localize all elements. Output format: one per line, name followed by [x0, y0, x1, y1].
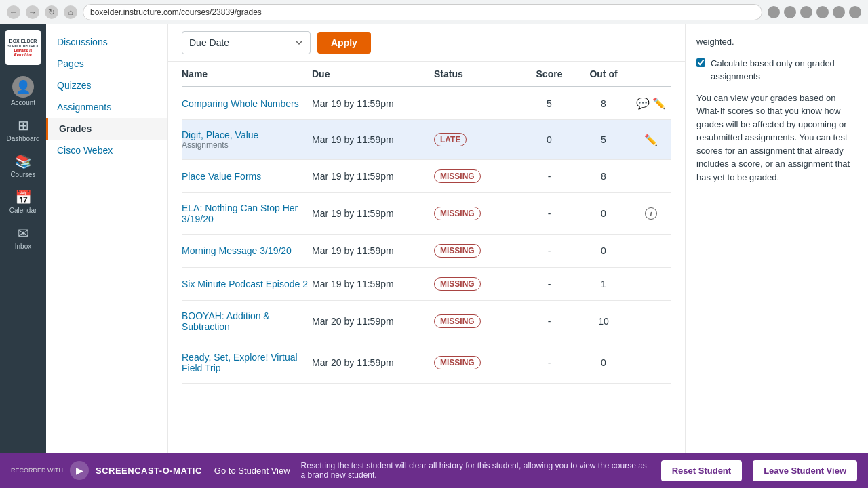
table-row: ELA: Nothing Can Stop Her 3/19/20 Mar 19… — [182, 193, 671, 235]
whatif-description: You can view your grades based on What-I… — [696, 92, 857, 184]
table-row: Six Minute Podcast Episode 2 Mar 19 by 1… — [182, 268, 671, 301]
out-of-cell: 0 — [576, 208, 631, 219]
nav-pages[interactable]: Pages — [46, 53, 167, 75]
status-cell: MISSING — [434, 356, 522, 369]
sidebar-item-calendar[interactable]: 📅 Calendar — [0, 184, 46, 220]
score-cell: - — [522, 316, 576, 327]
nav-grades[interactable]: Grades — [46, 118, 167, 140]
courses-label: Courses — [10, 171, 35, 178]
out-of-cell: 0 — [576, 245, 631, 256]
extension-icon-5 — [833, 6, 845, 18]
due-date-cell: Mar 19 by 11:59pm — [312, 98, 434, 109]
due-date-cell: Mar 20 by 11:59pm — [312, 316, 434, 327]
extension-icon-3 — [800, 6, 812, 18]
nav-cisco-webex[interactable]: Cisco Webex — [46, 140, 167, 161]
address-bar[interactable]: boxelder.instructure.com/courses/23839/g… — [83, 4, 762, 20]
dashboard-label: Dashboard — [7, 135, 40, 142]
assignment-link-explore[interactable]: Ready, Set, Explore! Virtual Field Trip — [182, 352, 298, 373]
table-row: Digit, Place, Value Assignments Mar 19 b… — [182, 120, 671, 160]
calendar-icon: 📅 — [15, 189, 32, 205]
action-icons-cell: i — [631, 207, 671, 220]
leave-student-view-button[interactable]: Leave Student View — [753, 460, 857, 481]
inbox-icon: ✉ — [18, 225, 29, 241]
apply-button[interactable]: Apply — [317, 32, 371, 54]
assignment-link-morning[interactable]: Morning Message 3/19/20 — [182, 245, 292, 256]
sidebar-item-account[interactable]: 👤 Account — [0, 70, 46, 112]
filter-bar: Due Date Assignment Group Module Apply — [168, 24, 685, 62]
assignment-name-cell: Comparing Whole Numbers — [182, 98, 312, 109]
courses-icon: 📚 — [15, 153, 32, 169]
home-button[interactable]: ⌂ — [64, 5, 77, 19]
score-cell: - — [522, 208, 576, 219]
out-of-cell: 0 — [576, 357, 631, 368]
info-icon[interactable]: i — [645, 207, 657, 220]
status-cell: MISSING — [434, 207, 522, 220]
col-out-of: Out of — [576, 68, 631, 79]
assignment-link-comparing[interactable]: Comparing Whole Numbers — [182, 98, 299, 109]
sidebar-item-courses[interactable]: 📚 Courses — [0, 148, 46, 184]
nav-assignments[interactable]: Assignments — [46, 96, 167, 118]
nav-discussions[interactable]: Discussions — [46, 31, 167, 53]
browser-bar: ← → ↻ ⌂ boxelder.instructure.com/courses… — [0, 0, 868, 24]
edit-icon[interactable]: ✏️ — [644, 134, 658, 146]
due-date-cell: Mar 20 by 11:59pm — [312, 357, 434, 368]
assignment-link-booyah[interactable]: BOOYAH: Addition & Subtraction — [182, 310, 270, 332]
browser-icons — [768, 6, 861, 18]
calendar-label: Calendar — [9, 207, 37, 214]
assignment-name-cell: BOOYAH: Addition & Subtraction — [182, 310, 312, 332]
status-badge-missing: MISSING — [434, 277, 481, 291]
refresh-button[interactable]: ↻ — [45, 5, 58, 19]
sort-filter-select[interactable]: Due Date Assignment Group Module — [182, 31, 311, 54]
sidebar-item-inbox[interactable]: ✉ Inbox — [0, 220, 46, 256]
status-cell: MISSING — [434, 169, 522, 183]
score-cell: - — [522, 357, 576, 368]
assignment-link-digit[interactable]: Digit, Place, Value — [182, 129, 258, 140]
bottom-bar: RECORDED WITH ▶ SCREENCAST-O-MATIC Go to… — [0, 453, 868, 488]
score-cell: - — [522, 171, 576, 182]
assignment-link-ela[interactable]: ELA: Nothing Can Stop Her 3/19/20 — [182, 203, 298, 224]
weighted-text: weighted. — [696, 35, 857, 49]
status-cell: MISSING — [434, 314, 522, 328]
extension-icon-1 — [768, 6, 780, 18]
assignment-name-cell: Place Value Forms — [182, 171, 312, 182]
sidebar-item-dashboard[interactable]: ⊞ Dashboard — [0, 112, 46, 148]
col-score: Score — [522, 68, 576, 79]
out-of-cell: 8 — [576, 98, 631, 109]
dashboard-icon: ⊞ — [18, 117, 29, 134]
score-cell: - — [522, 279, 576, 289]
col-due: Due — [312, 68, 434, 79]
url-text: boxelder.instructure.com/courses/23839/g… — [90, 7, 262, 17]
account-label: Account — [11, 99, 35, 106]
status-badge-missing: MISSING — [434, 314, 481, 328]
table-row: Ready, Set, Explore! Virtual Field Trip … — [182, 342, 671, 384]
menu-icon — [849, 6, 861, 18]
assignment-link-podcast[interactable]: Six Minute Podcast Episode 2 — [182, 279, 308, 289]
status-cell: MISSING — [434, 244, 522, 258]
score-cell: 5 — [522, 98, 576, 109]
assignment-link-placevalue[interactable]: Place Value Forms — [182, 171, 261, 182]
grades-table: Name Due Status Score Out of Comparing W… — [168, 62, 685, 488]
assignment-name-cell: Digit, Place, Value Assignments — [182, 129, 312, 150]
right-panel: weighted. Calculate based only on graded… — [685, 24, 868, 488]
assignment-name-cell: Morning Message 3/19/20 — [182, 245, 312, 256]
edit-icon[interactable]: ✏️ — [652, 97, 666, 110]
play-button[interactable]: ▶ — [70, 461, 89, 480]
comment-icon[interactable]: 💬 — [636, 97, 650, 110]
table-row: Morning Message 3/19/20 Mar 19 by 11:59p… — [182, 235, 671, 268]
col-status: Status — [434, 68, 522, 79]
table-header: Name Due Status Score Out of — [182, 62, 671, 87]
col-actions — [631, 68, 671, 79]
reset-student-button[interactable]: Reset Student — [661, 460, 742, 481]
score-cell: 0 — [522, 134, 576, 145]
graded-checkbox-row: Calculate based only on graded assignmen… — [696, 57, 857, 83]
nav-quizzes[interactable]: Quizzes — [46, 75, 167, 96]
forward-button[interactable]: → — [26, 5, 39, 19]
course-nav: Discussions Pages Quizzes Assignments Gr… — [46, 24, 168, 488]
status-cell: MISSING — [434, 277, 522, 291]
due-date-cell: Mar 19 by 11:59pm — [312, 245, 434, 256]
screencast-branding: RECORDED WITH ▶ SCREENCAST-O-MATIC Go to… — [11, 461, 290, 480]
back-button[interactable]: ← — [7, 5, 20, 19]
assignment-name-cell: Six Minute Podcast Episode 2 — [182, 279, 312, 289]
graded-only-checkbox[interactable] — [696, 58, 705, 67]
status-badge-late: LATE — [434, 133, 467, 146]
